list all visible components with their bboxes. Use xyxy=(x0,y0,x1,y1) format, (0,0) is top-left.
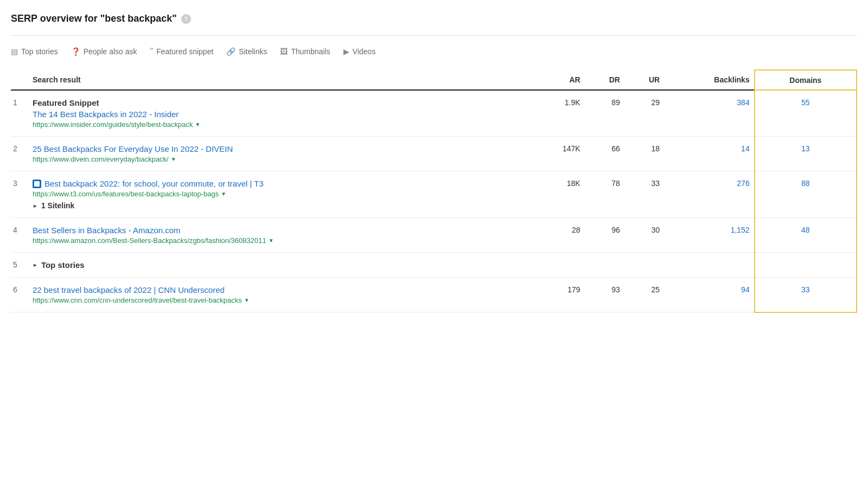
row-result: Featured SnippetThe 14 Best Backpacks in… xyxy=(30,90,531,137)
col-ur: 18 xyxy=(624,137,664,171)
sitelink-label[interactable]: ► 1 Sitelink xyxy=(33,201,527,210)
tab-featured-snippet-label: Featured snippet xyxy=(156,47,213,56)
result-url[interactable]: https://www.t3.com/us/features/best-back… xyxy=(33,190,527,198)
col-ar: 28 xyxy=(531,218,584,253)
people-also-ask-icon: ❓ xyxy=(71,47,80,56)
table-row: 225 Best Backpacks For Everyday Use In 2… xyxy=(11,137,857,171)
dropdown-arrow-icon[interactable]: ▼ xyxy=(221,191,226,197)
table-row: 3Best backpack 2022: for school, your co… xyxy=(11,171,857,218)
col-domains[interactable]: 88 xyxy=(755,171,857,218)
tab-thumbnails-label: Thumbnails xyxy=(291,47,330,56)
result-title-text: The 14 Best Backpacks in 2022 - Insider xyxy=(33,110,178,119)
col-dr: 66 xyxy=(585,137,624,171)
col-domains[interactable]: 13 xyxy=(755,137,857,171)
col-ar xyxy=(531,253,584,278)
result-url-text: https://www.divein.com/everyday/backpack… xyxy=(33,155,169,163)
help-icon[interactable]: ? xyxy=(181,14,191,24)
result-url-text: https://www.insider.com/guides/style/bes… xyxy=(33,120,193,129)
col-ar: 147K xyxy=(531,137,584,171)
row-number: 4 xyxy=(11,218,30,253)
col-backlinks-header: Backlinks xyxy=(664,70,755,90)
tab-sitelinks-label: Sitelinks xyxy=(239,47,267,56)
table-row: 5► Top stories xyxy=(11,253,857,278)
filter-tabs: ▤ Top stories ❓ People also ask " Featur… xyxy=(11,44,857,59)
col-ar: 179 xyxy=(531,278,584,312)
col-ar: 1.9K xyxy=(531,90,584,137)
result-type-label: Featured Snippet xyxy=(33,98,527,107)
table-row: 622 best travel backpacks of 2022 | CNN … xyxy=(11,278,857,312)
col-dr-header: DR xyxy=(585,70,624,90)
result-title-text: 22 best travel backpacks of 2022 | CNN U… xyxy=(33,285,225,294)
col-backlinks[interactable]: 1,152 xyxy=(664,218,755,253)
tab-sitelinks[interactable]: 🔗 Sitelinks xyxy=(226,45,267,58)
tab-featured-snippet[interactable]: " Featured snippet xyxy=(150,44,214,59)
col-dr xyxy=(585,253,624,278)
col-ur: 25 xyxy=(624,278,664,312)
header-divider xyxy=(11,35,857,36)
col-domains-header: Domains xyxy=(755,70,857,90)
result-url[interactable]: https://www.amazon.com/Best-Sellers-Back… xyxy=(33,236,527,245)
serp-table: Search result AR DR UR Backlinks Domains… xyxy=(11,69,857,313)
col-backlinks[interactable]: 384 xyxy=(664,90,755,137)
row-number: 1 xyxy=(11,90,30,137)
tab-thumbnails[interactable]: 🖼 Thumbnails xyxy=(280,45,330,58)
dropdown-arrow-icon[interactable]: ▼ xyxy=(195,121,201,127)
top-stories-row-label[interactable]: ► Top stories xyxy=(33,260,527,270)
col-dr: 93 xyxy=(585,278,624,312)
col-ar-header: AR xyxy=(531,70,584,90)
col-ur xyxy=(624,253,664,278)
dropdown-arrow-icon[interactable]: ▼ xyxy=(269,238,274,244)
tab-top-stories-label: Top stories xyxy=(21,47,58,56)
sitelinks-icon: 🔗 xyxy=(226,47,235,56)
col-backlinks[interactable]: 276 xyxy=(664,171,755,218)
tab-videos[interactable]: ▶ Videos xyxy=(343,45,376,58)
result-url[interactable]: https://www.cnn.com/cnn-underscored/trav… xyxy=(33,296,527,304)
result-title[interactable]: Best Sellers in Backpacks - Amazon.com xyxy=(33,226,527,235)
table-row: 4Best Sellers in Backpacks - Amazon.comh… xyxy=(11,218,857,253)
thumbnail-icon xyxy=(33,180,41,188)
col-ur: 30 xyxy=(624,218,664,253)
row-number: 6 xyxy=(11,278,30,312)
row-number: 5 xyxy=(11,253,30,278)
result-title-text: 25 Best Backpacks For Everyday Use In 20… xyxy=(33,144,233,153)
result-title-text: Best backpack 2022: for school, your com… xyxy=(44,179,264,188)
row-result: ► Top stories xyxy=(30,253,531,278)
row-result: 22 best travel backpacks of 2022 | CNN U… xyxy=(30,278,531,312)
dropdown-arrow-icon[interactable]: ▼ xyxy=(171,156,176,162)
row-number: 3 xyxy=(11,171,30,218)
page-title: SERP overview for "best backpack" xyxy=(11,13,177,24)
dropdown-arrow-icon[interactable]: ▼ xyxy=(244,297,250,303)
result-title[interactable]: Best backpack 2022: for school, your com… xyxy=(33,179,527,188)
col-backlinks[interactable]: 94 xyxy=(664,278,755,312)
col-domains[interactable]: 55 xyxy=(755,90,857,137)
col-dr: 89 xyxy=(585,90,624,137)
col-domains xyxy=(755,253,857,278)
page-header: SERP overview for "best backpack" ? xyxy=(11,13,857,24)
top-stories-icon: ▤ xyxy=(11,47,18,56)
col-backlinks[interactable]: 14 xyxy=(664,137,755,171)
col-ar: 18K xyxy=(531,171,584,218)
thumbnails-icon: 🖼 xyxy=(280,47,288,56)
col-domains[interactable]: 48 xyxy=(755,218,857,253)
row-number: 2 xyxy=(11,137,30,171)
col-ur-header: UR xyxy=(624,70,664,90)
col-backlinks xyxy=(664,253,755,278)
tab-top-stories[interactable]: ▤ Top stories xyxy=(11,45,58,58)
videos-icon: ▶ xyxy=(343,47,349,56)
result-url-text: https://www.cnn.com/cnn-underscored/trav… xyxy=(33,296,242,304)
table-row: 1Featured SnippetThe 14 Best Backpacks i… xyxy=(11,90,857,137)
col-ur: 33 xyxy=(624,171,664,218)
result-title[interactable]: The 14 Best Backpacks in 2022 - Insider xyxy=(33,110,527,119)
tab-people-also-ask-label: People also ask xyxy=(84,47,137,56)
row-result: Best backpack 2022: for school, your com… xyxy=(30,171,531,218)
col-domains[interactable]: 33 xyxy=(755,278,857,312)
featured-snippet-icon: " xyxy=(150,47,154,56)
result-url-text: https://www.amazon.com/Best-Sellers-Back… xyxy=(33,236,266,245)
row-result: Best Sellers in Backpacks - Amazon.comht… xyxy=(30,218,531,253)
result-title[interactable]: 22 best travel backpacks of 2022 | CNN U… xyxy=(33,285,527,294)
tab-videos-label: Videos xyxy=(353,47,376,56)
result-url[interactable]: https://www.insider.com/guides/style/bes… xyxy=(33,120,527,129)
result-title[interactable]: 25 Best Backpacks For Everyday Use In 20… xyxy=(33,144,527,153)
result-url[interactable]: https://www.divein.com/everyday/backpack… xyxy=(33,155,527,163)
tab-people-also-ask[interactable]: ❓ People also ask xyxy=(71,45,137,58)
